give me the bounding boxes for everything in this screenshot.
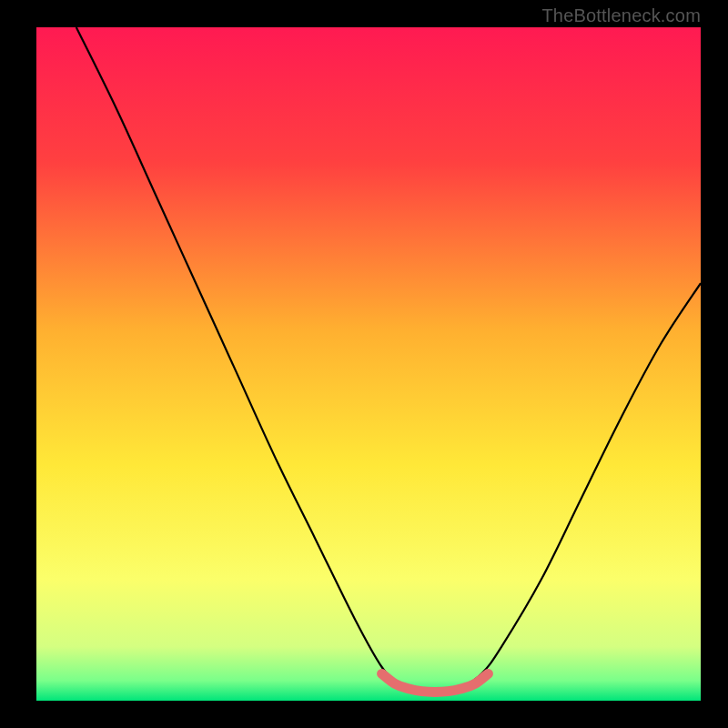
bottleneck-curve: [76, 27, 701, 695]
plot-area: [36, 27, 701, 701]
optimum-marker: [382, 673, 489, 692]
chart-container: TheBottleneck.com: [0, 0, 728, 728]
watermark-text: TheBottleneck.com: [541, 5, 701, 26]
curve-layer: [36, 27, 701, 701]
